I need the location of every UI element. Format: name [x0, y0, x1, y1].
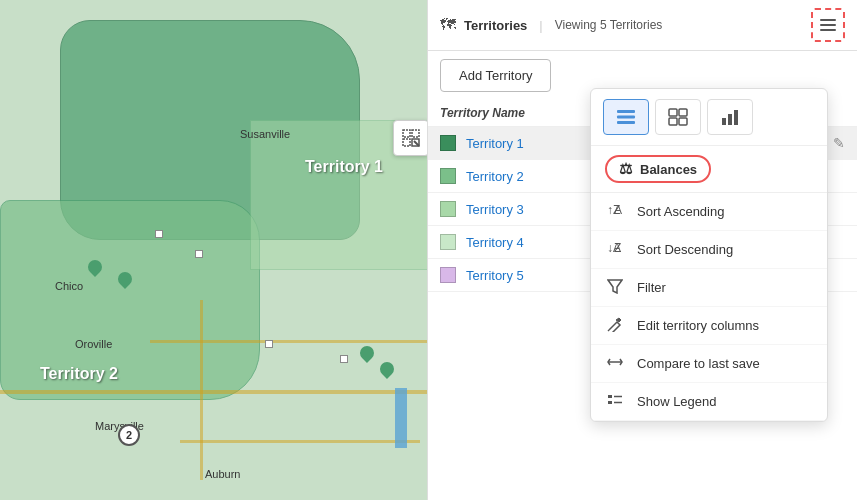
edit-columns-item[interactable]: Edit territory columns — [591, 307, 827, 345]
territory-badge: 2 — [118, 424, 140, 446]
panel-viewing-count: Viewing 5 Territories — [555, 18, 803, 32]
territory-color-2 — [440, 168, 456, 184]
map-marker-4 — [340, 355, 348, 363]
hamburger-button[interactable] — [811, 8, 845, 42]
add-territory-button[interactable]: Add Territory — [440, 59, 551, 92]
legend-item[interactable]: Show Legend — [591, 383, 827, 421]
svg-rect-14 — [734, 110, 738, 125]
territories-icon: 🗺 — [440, 16, 456, 34]
list-view-button[interactable] — [603, 99, 649, 135]
compare-icon — [605, 354, 625, 373]
road-h1 — [0, 390, 430, 394]
territory-color-4 — [440, 234, 456, 250]
svg-rect-12 — [722, 118, 726, 125]
map-marker-3 — [265, 340, 273, 348]
map-pin-4 — [377, 359, 397, 379]
highway-strip — [395, 388, 407, 448]
filter-item[interactable]: Filter — [591, 269, 827, 307]
svg-rect-6 — [617, 116, 635, 119]
dropdown-menu: ⚖ Balances ↑Z A Sort Ascending ↓A Z Sort… — [590, 88, 828, 422]
sort-ascending-label: Sort Ascending — [637, 204, 813, 219]
map-marker-1 — [155, 230, 163, 238]
legend-label: Show Legend — [637, 394, 813, 409]
road-h2 — [150, 340, 430, 343]
svg-rect-0 — [403, 130, 410, 137]
edit-icon-1[interactable]: ✎ — [833, 135, 845, 151]
svg-rect-1 — [412, 130, 419, 137]
tab-divider: | — [539, 18, 542, 33]
sort-ascending-item[interactable]: ↑Z A Sort Ascending — [591, 193, 827, 231]
balances-badge: ⚖ Balances — [605, 155, 711, 183]
svg-rect-2 — [403, 139, 410, 146]
balances-item[interactable]: ⚖ Balances — [591, 146, 827, 193]
svg-rect-22 — [608, 395, 612, 398]
edit-columns-label: Edit territory columns — [637, 318, 813, 333]
svg-rect-9 — [679, 109, 687, 116]
territory-color-1 — [440, 135, 456, 151]
map-select-tool[interactable] — [393, 120, 429, 156]
svg-rect-8 — [669, 109, 677, 116]
territory-color-5 — [440, 267, 456, 283]
road-v1 — [200, 300, 203, 480]
svg-line-20 — [608, 330, 609, 331]
filter-icon — [605, 278, 625, 297]
hamburger-line-3 — [820, 29, 836, 31]
view-icons-row — [591, 89, 827, 146]
legend-icon — [605, 392, 625, 411]
balance-scale-icon: ⚖ — [619, 160, 632, 178]
svg-text:A: A — [614, 203, 622, 217]
sort-asc-icon: ↑Z A — [605, 202, 625, 221]
svg-rect-11 — [679, 118, 687, 125]
filter-label: Filter — [637, 280, 813, 295]
chart-view-button[interactable] — [707, 99, 753, 135]
panel-header: 🗺 Territories | Viewing 5 Territories — [428, 0, 857, 51]
hamburger-icon — [820, 19, 836, 31]
territory-region-2 — [0, 200, 260, 400]
map-marker-2 — [195, 250, 203, 258]
svg-rect-13 — [728, 114, 732, 125]
svg-rect-7 — [617, 121, 635, 124]
panel-tab-territories[interactable]: Territories — [464, 14, 527, 37]
hamburger-line-1 — [820, 19, 836, 21]
sort-descending-label: Sort Descending — [637, 242, 813, 257]
compare-item[interactable]: Compare to last save — [591, 345, 827, 383]
hamburger-line-2 — [820, 24, 836, 26]
map-pin-3 — [357, 343, 377, 363]
svg-rect-10 — [669, 118, 677, 125]
sort-desc-icon: ↓A Z — [605, 240, 625, 259]
road-h3 — [180, 440, 420, 443]
balances-label: Balances — [640, 162, 697, 177]
compare-label: Compare to last save — [637, 356, 813, 371]
sort-descending-item[interactable]: ↓A Z Sort Descending — [591, 231, 827, 269]
grid-view-button[interactable] — [655, 99, 701, 135]
edit-columns-icon — [605, 316, 625, 335]
svg-rect-5 — [617, 110, 635, 113]
town-label-auburn: Auburn — [205, 468, 240, 480]
territory-color-3 — [440, 201, 456, 217]
svg-rect-24 — [608, 401, 612, 404]
svg-text:Z: Z — [614, 241, 621, 255]
svg-marker-19 — [608, 280, 622, 293]
